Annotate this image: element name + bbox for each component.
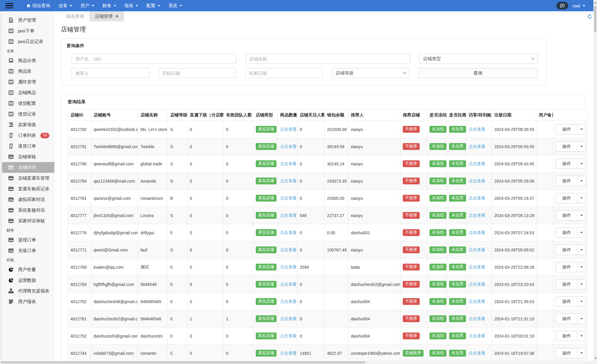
sidebar-item[interactable]: pos日志记录 <box>0 36 54 47</box>
menu-item[interactable]: 系统 <box>164 0 186 11</box>
goods-view-link[interactable]: 点击查看 <box>280 316 297 321</box>
sidebar-item[interactable]: 退货订单 <box>0 141 54 151</box>
sidebar-item[interactable]: 充值订单 <box>0 245 54 256</box>
goods-view-link[interactable]: 点击查看 <box>280 333 297 338</box>
goods-view-link[interactable]: 点击查看 <box>280 282 297 287</box>
shop-type-select[interactable]: 店铺类型 <box>419 54 538 64</box>
sidebar-item[interactable]: 商品库 <box>0 66 54 77</box>
action-dropdown-toggle[interactable] <box>577 279 586 289</box>
action-dropdown-toggle[interactable] <box>577 245 586 255</box>
sidebar-item[interactable]: 用户存量 <box>0 264 54 275</box>
visitors-view-link[interactable]: 点击查看 <box>469 282 485 287</box>
action-dropdown-toggle[interactable] <box>577 331 586 341</box>
action-dropdown-toggle[interactable] <box>577 210 586 221</box>
visitors-view-link[interactable]: 点击查看 <box>469 144 485 149</box>
visitors-view-link[interactable]: 点击查看 <box>469 316 485 321</box>
visitors-view-link[interactable]: 点击查看 <box>469 196 485 200</box>
action-dropdown-toggle[interactable] <box>577 314 586 324</box>
goods-view-link[interactable]: 点击查看 <box>280 247 297 252</box>
visitors-view-link[interactable]: 点击查看 <box>469 265 485 269</box>
visitors-view-link[interactable]: 点击查看 <box>469 333 485 338</box>
vertical-scrollbar-thumb[interactable] <box>594 6 596 32</box>
close-icon[interactable]: ✕ <box>115 14 119 19</box>
action-dropdown-toggle[interactable] <box>577 296 586 307</box>
visitors-view-link[interactable]: 点击查看 <box>469 213 485 218</box>
action-button[interactable]: 操作 <box>556 314 577 324</box>
scroll-down-arrow-icon[interactable] <box>594 357 597 359</box>
goods-view-link[interactable]: 点击查看 <box>280 161 297 166</box>
action-button[interactable]: 操作 <box>556 124 577 134</box>
action-button[interactable]: 操作 <box>556 176 577 186</box>
sidebar-item[interactable]: 借贷配置 <box>0 98 54 109</box>
sidebar-item[interactable]: 代理商充提报表 <box>0 286 54 296</box>
chat-button[interactable] <box>556 2 568 10</box>
sidebar-item[interactable]: 借贷记录 <box>0 109 54 119</box>
visitors-view-link[interactable]: 点击查看 <box>469 230 485 235</box>
menu-item[interactable]: 配置 <box>142 0 164 11</box>
action-button[interactable]: 操作 <box>556 159 577 169</box>
goods-view-link[interactable]: 点击查看 <box>280 265 297 269</box>
menu-item[interactable]: 报表 <box>120 0 142 11</box>
action-button[interactable]: 操作 <box>556 331 577 341</box>
sidebar-item[interactable]: 店铺审核 <box>0 151 54 162</box>
tab-summary-query[interactable]: 综合查询 <box>61 11 89 21</box>
sidebar-item[interactable]: 店铺直通车管理 <box>0 173 54 183</box>
action-button[interactable]: 操作 <box>556 245 577 255</box>
action-button[interactable]: 操作 <box>556 348 577 358</box>
shop-level-select[interactable]: 店铺等级 <box>332 68 410 78</box>
action-dropdown-toggle[interactable] <box>577 227 586 238</box>
end-date-input[interactable] <box>245 68 323 78</box>
sidebar-item[interactable]: 运营数据 <box>0 275 54 286</box>
sidebar-item[interactable]: 商品分类 <box>0 55 54 66</box>
menu-item[interactable]: 用户 <box>76 0 98 11</box>
visitors-view-link[interactable]: 点击查看 <box>469 247 485 252</box>
action-button[interactable]: 操作 <box>556 296 577 307</box>
hamburger-menu-icon[interactable] <box>5 3 13 9</box>
action-button[interactable]: 操作 <box>556 193 577 203</box>
sidebar-item[interactable]: 用户报表 <box>0 296 54 307</box>
visitors-view-link[interactable]: 点击查看 <box>469 351 485 355</box>
horizontal-scrollbar-thumb[interactable] <box>1 361 365 363</box>
sidebar-item[interactable]: 卖家等级 <box>0 119 54 130</box>
referrer-input[interactable] <box>72 68 149 78</box>
visitors-view-link[interactable]: 点击查看 <box>469 178 485 183</box>
sidebar-item[interactable]: 订单列表 70 <box>0 130 54 141</box>
sidebar-item[interactable]: 店铺管理 <box>0 162 54 173</box>
sidebar-item[interactable]: 店铺商品 <box>0 87 54 98</box>
action-dropdown-toggle[interactable] <box>577 159 586 169</box>
visitors-view-link[interactable]: 点击查看 <box>469 161 485 166</box>
action-dropdown-toggle[interactable] <box>577 193 586 203</box>
goods-view-link[interactable]: 点击查看 <box>280 230 297 235</box>
goods-view-link[interactable]: 点击查看 <box>280 351 297 355</box>
vertical-scrollbar[interactable] <box>593 0 597 364</box>
goods-view-link[interactable]: 点击查看 <box>280 213 297 218</box>
user-menu[interactable]: root <box>572 3 585 8</box>
sidebar-item[interactable]: 属性管理 <box>0 77 54 87</box>
action-dropdown-toggle[interactable] <box>577 262 586 272</box>
action-button[interactable]: 操作 <box>556 227 577 238</box>
refresh-icon[interactable] <box>587 14 592 20</box>
start-date-input[interactable] <box>158 68 236 78</box>
action-dropdown-toggle[interactable] <box>577 141 586 152</box>
sidebar-item[interactable]: 买家对话审核 <box>0 216 54 226</box>
shop-name-input[interactable] <box>245 54 410 64</box>
username-uid-input[interactable] <box>72 54 236 64</box>
goods-view-link[interactable]: 点击查看 <box>280 299 297 304</box>
sidebar-item[interactable]: 用户管理 <box>0 15 54 26</box>
sidebar-item[interactable]: 提现订单 <box>0 235 54 245</box>
sidebar-item[interactable]: 直通车购买记录 <box>0 183 54 194</box>
action-button[interactable]: 操作 <box>556 279 577 289</box>
action-button[interactable]: 操作 <box>556 141 577 152</box>
menu-item[interactable]: 综合查询 <box>22 0 54 11</box>
menu-item[interactable]: 业务 <box>54 0 76 11</box>
sidebar-item[interactable]: pos下单 <box>0 26 54 36</box>
scroll-up-arrow-icon[interactable] <box>594 2 597 4</box>
action-button[interactable]: 操作 <box>556 210 577 221</box>
sidebar-item[interactable]: 虚拟买家对话 <box>0 194 54 205</box>
sidebar-item[interactable]: 系统客服对话 <box>0 205 54 216</box>
goods-view-link[interactable]: 点击查看 <box>280 127 297 132</box>
horizontal-scrollbar[interactable] <box>0 361 593 364</box>
tab-shop-management[interactable]: 店铺管理 ✕ <box>89 11 124 21</box>
goods-view-link[interactable]: 点击查看 <box>280 178 297 183</box>
menu-item[interactable]: 财务 <box>98 0 120 11</box>
